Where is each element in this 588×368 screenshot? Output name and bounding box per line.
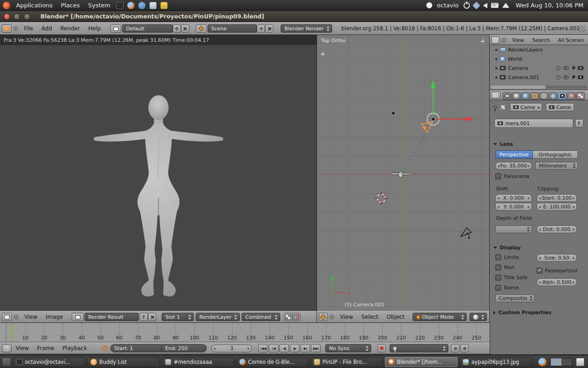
properties-tab-modifiers[interactable] — [548, 92, 557, 100]
taskbar-window-button[interactable]: aypapi06pg13.jpg — [459, 357, 532, 367]
show-desktop-button[interactable] — [2, 357, 11, 367]
window-maximize-button[interactable] — [24, 13, 30, 20]
display-panel-header[interactable]: Display — [493, 245, 520, 251]
empty-origin-dot[interactable] — [392, 112, 394, 114]
menu-help[interactable]: Help — [84, 25, 105, 32]
toolshelf-expand-icon[interactable] — [480, 39, 485, 44]
perspective-button[interactable]: Perspective — [495, 150, 533, 159]
window-minimize-button[interactable] — [14, 13, 20, 20]
slot-select[interactable]: Slot 1 — [162, 313, 194, 321]
taskbar-window-button[interactable]: Blender* [/hom... — [385, 357, 458, 367]
collapse-menus-icon[interactable] — [14, 315, 18, 319]
fake-user-button[interactable]: F — [140, 313, 148, 321]
limits-checkbox[interactable] — [495, 254, 501, 260]
volume-icon[interactable] — [483, 3, 487, 8]
outliner-editor-type-selector[interactable] — [491, 36, 500, 44]
render-image-area[interactable] — [0, 45, 317, 311]
viewport-shading-select[interactable] — [469, 313, 487, 321]
outliner-row[interactable]: Camera.001 — [490, 73, 588, 82]
renderability-icon[interactable] — [578, 75, 583, 79]
focal-length-field[interactable]: Fo: 35.000 — [495, 162, 532, 170]
play-button[interactable]: ▶ — [290, 344, 300, 352]
panorama-checkbox[interactable] — [495, 173, 501, 179]
alpha-display-button[interactable] — [284, 313, 292, 321]
current-frame-indicator[interactable] — [11, 323, 12, 342]
passepartout-checkbox[interactable] — [537, 268, 543, 274]
menu-object[interactable]: Object — [383, 314, 409, 320]
render-layer-select[interactable]: RenderLayer — [196, 313, 240, 321]
properties-tab-scene[interactable] — [512, 92, 520, 100]
lens-panel-header[interactable]: Lens — [493, 141, 513, 147]
outliner-hscrollbar[interactable] — [491, 86, 587, 89]
clip-start-field[interactable]: Start: 0.100 — [537, 194, 577, 202]
menu-frame[interactable]: Frame — [33, 345, 58, 351]
ftp-launcher-icon[interactable] — [149, 2, 157, 9]
taskbar-window-button[interactable]: Correo de G-Ble... — [236, 357, 309, 367]
firefox-tray-icon[interactable] — [538, 358, 547, 366]
window-close-button[interactable] — [4, 13, 10, 20]
play-reverse-button[interactable]: ◀ — [279, 344, 289, 352]
mist-checkbox[interactable] — [495, 264, 501, 270]
terminal-launcher-icon[interactable] — [116, 2, 124, 9]
help-launcher-icon[interactable] — [138, 2, 146, 9]
menu-playback[interactable]: Playback — [58, 345, 91, 351]
properties-tab-object-data[interactable] — [558, 92, 566, 100]
use-preview-range-icon[interactable] — [102, 345, 107, 351]
delete-scene-button[interactable] — [265, 24, 273, 33]
keying-set-select[interactable] — [390, 344, 448, 352]
menu-system[interactable]: System — [84, 0, 114, 11]
menu-applications[interactable]: Applications — [12, 0, 57, 11]
properties-tab-material[interactable] — [567, 92, 576, 100]
window-grip-icon[interactable] — [579, 25, 585, 32]
visibility-icon[interactable] — [563, 75, 569, 79]
collapse-menus-icon[interactable] — [329, 315, 334, 319]
jump-end-button[interactable]: ▶▶| — [311, 344, 321, 352]
link-icon[interactable] — [556, 75, 560, 80]
properties-tab-render[interactable] — [503, 92, 511, 100]
data-browse-icon[interactable] — [501, 105, 505, 109]
menu-add[interactable]: Add — [37, 25, 56, 32]
timeline-ruler[interactable]: 1020304050607080901001101201301401501601… — [0, 323, 490, 342]
scene-browse-button[interactable] — [196, 24, 207, 33]
menu-file[interactable]: File — [20, 25, 37, 32]
custom-properties-panel-header[interactable]: Custom Properties — [493, 310, 551, 316]
clock[interactable]: Wed Aug 10, 10:06 PM — [511, 2, 588, 9]
office-launcher-icon[interactable] — [160, 2, 168, 9]
name-checkbox[interactable] — [495, 285, 501, 291]
viewport-canvas[interactable]: y x (3) Camera.001 Top Ortho — [317, 35, 490, 311]
add-scene-button[interactable] — [257, 24, 265, 33]
menu-places[interactable]: Places — [57, 0, 84, 11]
properties-editor-type-selector[interactable] — [491, 92, 501, 99]
title-safe-checkbox[interactable] — [495, 275, 501, 281]
properties-tab-object[interactable] — [530, 92, 539, 100]
frame-start-field[interactable]: Start: 1 — [110, 344, 162, 352]
delete-layout-button[interactable] — [181, 24, 189, 33]
passepartout-alpha-field[interactable]: Alph: 0.500 — [537, 278, 577, 286]
pin-icon[interactable] — [493, 105, 497, 109]
workspace-2[interactable] — [561, 358, 572, 366]
prev-keyframe-button[interactable]: |◀ — [269, 344, 278, 352]
network-icon[interactable] — [502, 3, 509, 8]
color-management-button[interactable] — [292, 313, 300, 321]
scene-field[interactable]: Scene — [208, 24, 257, 33]
screen-layout-browse-button[interactable] — [110, 24, 121, 33]
menu-image[interactable]: Image — [41, 314, 67, 320]
jump-start-button[interactable]: |◀◀ — [258, 344, 268, 352]
session-username[interactable]: octavio — [434, 2, 461, 9]
mail-icon[interactable] — [491, 3, 498, 8]
menu-view[interactable]: View — [11, 345, 33, 351]
outliner-filter-select[interactable]: All Scenes — [554, 37, 588, 43]
taskbar-window-button[interactable]: Buddy List — [87, 357, 160, 367]
user-status-icon[interactable] — [426, 2, 432, 8]
outliner-row[interactable]: Camera — [490, 63, 588, 73]
blender-window-titlebar[interactable]: Blender* [/home/octavio/Documents/Proyec… — [0, 11, 588, 22]
render-engine-select[interactable]: Blender Render — [281, 24, 332, 33]
renderability-icon[interactable] — [578, 66, 583, 70]
draw-size-field[interactable]: Size: 0.50 — [537, 254, 577, 262]
mode-select[interactable]: Object Mode — [413, 313, 467, 321]
editor-type-selector[interactable] — [2, 24, 11, 33]
image-editor-type-selector[interactable] — [2, 313, 12, 321]
region-expand-icon[interactable] — [320, 52, 325, 57]
workspace-1[interactable] — [551, 358, 561, 366]
figure-top-view[interactable] — [392, 172, 409, 178]
